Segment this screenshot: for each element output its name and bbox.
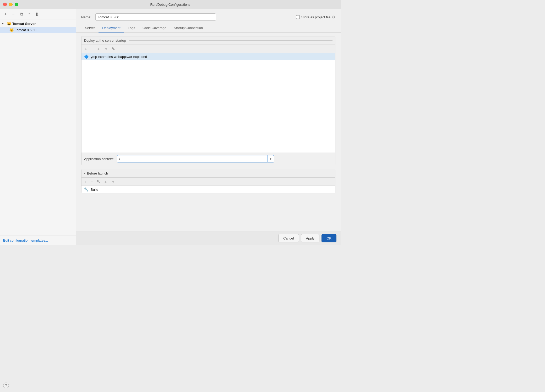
deploy-edit-button[interactable]: ✎ xyxy=(111,46,116,51)
deploy-item-label: ymp-examples-webapp:war exploded xyxy=(91,55,147,59)
deploy-down-button[interactable]: ▼ xyxy=(103,46,109,51)
store-project-area: Store as project file ⚙ xyxy=(296,15,335,19)
apply-button[interactable]: Apply xyxy=(301,234,320,242)
copy-config-button[interactable]: ⧉ xyxy=(18,11,24,17)
tree-group-tomcat[interactable]: ▾ 🐱 Tomcat Server 🐱 Tomcat 8.5.60 xyxy=(0,20,76,33)
before-launch-remove-button[interactable]: − xyxy=(90,179,94,184)
tree-item-tomcat8560[interactable]: 🐱 Tomcat 8.5.60 xyxy=(0,27,76,33)
tab-startup-connection[interactable]: Startup/Connection xyxy=(170,24,206,32)
before-launch-edit-button[interactable]: ✎ xyxy=(96,179,101,184)
deploy-section-title: Deploy at the server startup xyxy=(84,39,126,42)
tree-group-header[interactable]: ▾ 🐱 Tomcat Server xyxy=(0,20,76,27)
minimize-button[interactable] xyxy=(9,3,13,6)
main-content: + − ⧉ ↑ ⇅ ▾ 🐱 Tomcat Server 🐱 Tomcat 8.5… xyxy=(0,9,341,245)
build-icon: 🔧 xyxy=(84,187,89,192)
titlebar: Run/Debug Configurations xyxy=(0,0,341,9)
add-config-button[interactable]: + xyxy=(3,11,8,17)
traffic-lights xyxy=(3,3,18,6)
tree-chevron-icon: ▾ xyxy=(2,22,6,25)
deploy-add-button[interactable]: + xyxy=(84,46,88,51)
sidebar: + − ⧉ ↑ ⇅ ▾ 🐱 Tomcat Server 🐱 Tomcat 8.5… xyxy=(0,9,76,245)
deploy-section: Deploy at the server startup + − ▲ ▼ ✎ 🔷… xyxy=(81,36,335,165)
close-button[interactable] xyxy=(3,3,7,6)
deploy-remove-button[interactable]: − xyxy=(90,46,94,51)
deploy-item[interactable]: 🔷 ymp-examples-webapp:war exploded xyxy=(81,53,335,60)
name-input[interactable] xyxy=(95,13,216,21)
before-launch-item[interactable]: 🔧 Build xyxy=(81,186,335,193)
name-label: Name: xyxy=(81,15,91,19)
tree-group-label: Tomcat Server xyxy=(12,22,36,26)
sort-config-button[interactable]: ⇅ xyxy=(34,11,40,17)
move-config-button[interactable]: ↑ xyxy=(26,11,32,17)
build-label: Build xyxy=(91,188,98,192)
tabs-bar: Server Deployment Logs Code Coverage Sta… xyxy=(76,24,341,32)
sidebar-footer: Edit configuration templates... xyxy=(0,236,76,245)
tab-server[interactable]: Server xyxy=(81,24,99,32)
before-launch-add-button[interactable]: + xyxy=(84,179,88,184)
sidebar-toolbar: + − ⧉ ↑ ⇅ xyxy=(0,9,76,19)
before-launch-up-button[interactable]: ▲ xyxy=(103,179,109,184)
before-launch-list: 🔧 Build xyxy=(81,186,335,193)
deploy-toolbar: + − ▲ ▼ ✎ xyxy=(81,45,335,53)
cancel-button[interactable]: Cancel xyxy=(278,234,299,242)
right-panel: Name: Store as project file ⚙ Server Dep… xyxy=(76,9,341,245)
tree-item-label: Tomcat 8.5.60 xyxy=(15,28,36,32)
app-context-label: Application context: xyxy=(84,157,114,161)
tab-logs[interactable]: Logs xyxy=(124,24,139,32)
before-launch-chevron-icon: ▾ xyxy=(84,172,85,175)
ok-button[interactable]: OK xyxy=(321,234,336,242)
sidebar-tree: ▾ 🐱 Tomcat Server 🐱 Tomcat 8.5.60 xyxy=(0,19,76,236)
gear-icon[interactable]: ⚙ xyxy=(332,15,335,19)
before-launch-section: ▾ Before launch + − ✎ ▲ ▼ 🔧 Build xyxy=(81,169,335,193)
app-context-input[interactable] xyxy=(117,155,268,162)
deploy-section-header: Deploy at the server startup xyxy=(81,36,335,45)
app-context-input-wrap: ▾ xyxy=(117,155,274,162)
deploy-list: 🔷 ymp-examples-webapp:war exploded xyxy=(81,53,335,153)
deploy-up-button[interactable]: ▲ xyxy=(96,46,102,51)
bottom-bar: ? Cancel Apply OK xyxy=(76,231,341,245)
tab-deployment[interactable]: Deployment xyxy=(99,24,124,32)
app-context-row: Application context: ▾ xyxy=(81,153,335,165)
deploy-item-icon: 🔷 xyxy=(84,55,89,59)
edit-templates-link[interactable]: Edit configuration templates... xyxy=(3,238,48,242)
app-context-dropdown-button[interactable]: ▾ xyxy=(268,155,274,162)
before-launch-down-button[interactable]: ▼ xyxy=(110,179,116,184)
config-header: Name: Store as project file ⚙ xyxy=(76,9,341,24)
before-launch-title: Before launch xyxy=(87,171,108,175)
remove-config-button[interactable]: − xyxy=(10,11,16,17)
tomcat-item-icon: 🐱 xyxy=(9,28,14,32)
before-launch-toolbar: + − ✎ ▲ ▼ xyxy=(81,178,335,186)
store-project-checkbox[interactable] xyxy=(296,15,300,19)
tomcat-server-icon: 🐱 xyxy=(7,21,11,26)
tab-code-coverage[interactable]: Code Coverage xyxy=(139,24,170,32)
deployment-tab-content: Deploy at the server startup + − ▲ ▼ ✎ 🔷… xyxy=(76,32,341,231)
store-project-label: Store as project file xyxy=(301,15,330,19)
maximize-button[interactable] xyxy=(15,3,18,6)
window-title: Run/Debug Configurations xyxy=(150,3,190,7)
before-launch-header: ▾ Before launch xyxy=(81,169,335,178)
